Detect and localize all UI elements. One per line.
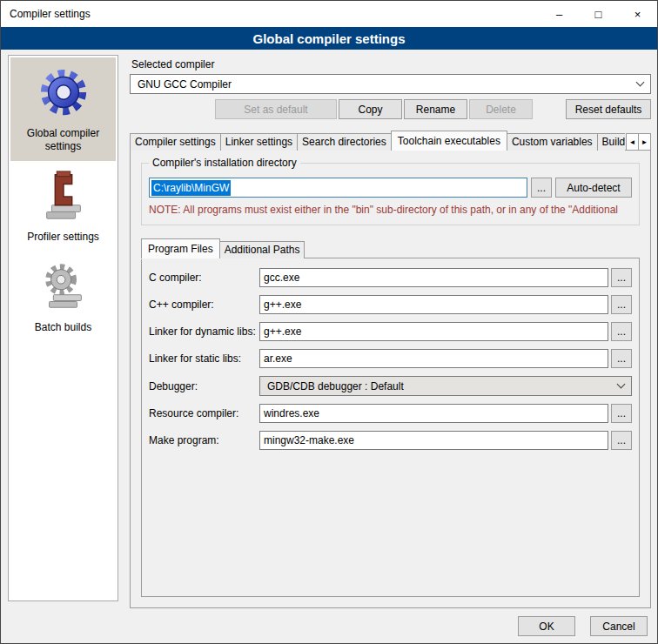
installation-directory-row: C:\raylib\MinGW ... Auto-detect (149, 178, 632, 198)
debugger-label: Debugger: (149, 380, 259, 392)
compiler-buttons-row: Set as default Copy Rename Delete Reset … (130, 99, 651, 119)
tab-search-directories[interactable]: Search directories (297, 133, 392, 151)
cancel-button[interactable]: Cancel (590, 616, 648, 636)
chevron-down-icon (617, 380, 626, 389)
maximize-icon[interactable]: □ (579, 1, 618, 27)
resource-compiler-browse-button[interactable]: ... (611, 404, 632, 423)
program-files-panel: C compiler: gcc.exe ... C++ compiler: g+… (141, 258, 640, 597)
make-program-input[interactable]: mingw32-make.exe (259, 431, 608, 450)
dynamic-linker-input[interactable]: g++.exe (259, 322, 608, 341)
toolchain-executables-panel: Compiler's installation directory C:\ray… (130, 150, 651, 608)
reset-defaults-button[interactable]: Reset defaults (566, 99, 651, 119)
main-panel: Selected compiler GNU GCC Compiler Set a… (130, 55, 651, 608)
make-program-row: Make program: mingw32-make.exe ... (149, 431, 632, 450)
static-linker-input[interactable]: ar.exe (259, 349, 608, 368)
tabs-container: Compiler settings Linker settings Search… (130, 131, 625, 151)
cpp-compiler-input[interactable]: g++.exe (259, 295, 608, 314)
tab-compiler-settings[interactable]: Compiler settings (130, 133, 221, 151)
cpp-compiler-label: C++ compiler: (149, 299, 259, 311)
program-files-tabstrip: Program Files Additional Paths (141, 239, 641, 258)
selected-compiler-dropdown[interactable]: GNU GCC Compiler (130, 74, 651, 94)
static-linker-value: ar.exe (264, 352, 292, 365)
dynamic-linker-row: Linker for dynamic libs: g++.exe ... (149, 322, 632, 341)
installation-directory-input[interactable]: C:\raylib\MinGW (149, 178, 527, 198)
sidebar-item-label: Global compiler settings (13, 127, 113, 153)
cpp-compiler-row: C++ compiler: g++.exe ... (149, 295, 632, 314)
tab-additional-paths[interactable]: Additional Paths (219, 241, 306, 258)
dynamic-linker-value: g++.exe (264, 325, 301, 338)
set-as-default-button: Set as default (215, 99, 337, 119)
installation-note: NOTE: All programs must exist either in … (149, 204, 632, 216)
dialog-footer: OK Cancel (1, 608, 657, 643)
titlebar[interactable]: Compiler settings – □ × (1, 1, 657, 27)
installation-directory-value: C:\raylib\MinGW (151, 180, 231, 196)
browse-directory-button[interactable]: ... (531, 178, 552, 198)
dynamic-linker-browse-button[interactable]: ... (611, 322, 632, 341)
window-controls: – □ × (540, 1, 657, 27)
copy-button[interactable]: Copy (339, 99, 402, 119)
settings-category-sidebar: Global compiler settings Profiler settin… (8, 55, 118, 601)
sidebar-item-label: Batch builds (35, 321, 91, 334)
delete-button: Delete (469, 99, 533, 119)
tab-scroll-buttons: ◄ ► (626, 133, 651, 151)
c-compiler-input[interactable]: gcc.exe (259, 268, 608, 287)
sidebar-item-label: Profiler settings (27, 231, 99, 244)
gray-gear-stack-icon (37, 260, 91, 314)
tab-scroll-right-icon[interactable]: ► (638, 133, 651, 151)
tab-custom-variables[interactable]: Custom variables (507, 133, 598, 151)
tab-program-files[interactable]: Program Files (141, 238, 220, 258)
resource-compiler-row: Resource compiler: windres.exe ... (149, 404, 632, 423)
tab-build-options[interactable]: Build options (597, 133, 625, 151)
chevron-down-icon (636, 78, 645, 87)
tab-scroll-left-icon[interactable]: ◄ (626, 133, 639, 151)
c-compiler-label: C compiler: (149, 272, 259, 284)
make-program-label: Make program: (149, 434, 259, 446)
resource-compiler-value: windres.exe (264, 407, 319, 419)
ok-button[interactable]: OK (518, 616, 575, 636)
static-linker-row: Linker for static libs: ar.exe ... (149, 349, 632, 368)
sidebar-item-profiler-settings[interactable]: Profiler settings (10, 161, 116, 252)
make-program-value: mingw32-make.exe (264, 434, 354, 446)
dynamic-linker-label: Linker for dynamic libs: (149, 325, 259, 338)
c-compiler-value: gcc.exe (264, 272, 299, 284)
selected-compiler-label: Selected compiler (131, 58, 651, 70)
dialog-content: Global compiler settings Profiler settin… (1, 50, 657, 608)
window-title: Compiler settings (1, 8, 91, 20)
static-linker-browse-button[interactable]: ... (611, 349, 632, 368)
tab-linker-settings[interactable]: Linker settings (220, 133, 298, 151)
profiler-tool-icon (37, 170, 91, 224)
debugger-select[interactable]: GDB/CDB debugger : Default (259, 376, 632, 396)
c-compiler-row: C compiler: gcc.exe ... (149, 268, 632, 287)
sidebar-item-global-compiler-settings[interactable]: Global compiler settings (10, 57, 116, 161)
resource-compiler-input[interactable]: windres.exe (259, 404, 608, 423)
compiler-settings-window: Compiler settings – □ × Global compiler … (0, 0, 658, 644)
debugger-value: GDB/CDB debugger : Default (267, 380, 404, 392)
close-icon[interactable]: × (618, 1, 657, 27)
cpp-compiler-browse-button[interactable]: ... (611, 295, 632, 314)
blue-gear-icon (37, 66, 91, 120)
auto-detect-button[interactable]: Auto-detect (555, 178, 632, 198)
c-compiler-browse-button[interactable]: ... (611, 268, 632, 287)
make-program-browse-button[interactable]: ... (611, 431, 632, 450)
tab-toolchain-executables[interactable]: Toolchain executables (391, 131, 507, 151)
installation-directory-legend: Compiler's installation directory (149, 157, 300, 169)
page-title: Global compiler settings (1, 27, 657, 50)
selected-compiler-value: GNU GCC Compiler (138, 78, 232, 91)
settings-tabstrip: Compiler settings Linker settings Search… (130, 131, 651, 151)
installation-directory-groupbox: Compiler's installation directory C:\ray… (141, 163, 640, 225)
cpp-compiler-value: g++.exe (264, 299, 301, 311)
rename-button[interactable]: Rename (404, 99, 467, 119)
resource-compiler-label: Resource compiler: (149, 407, 259, 419)
minimize-icon[interactable]: – (540, 1, 579, 27)
debugger-row: Debugger: GDB/CDB debugger : Default (149, 376, 632, 396)
static-linker-label: Linker for static libs: (149, 352, 259, 365)
sidebar-item-batch-builds[interactable]: Batch builds (10, 252, 116, 342)
